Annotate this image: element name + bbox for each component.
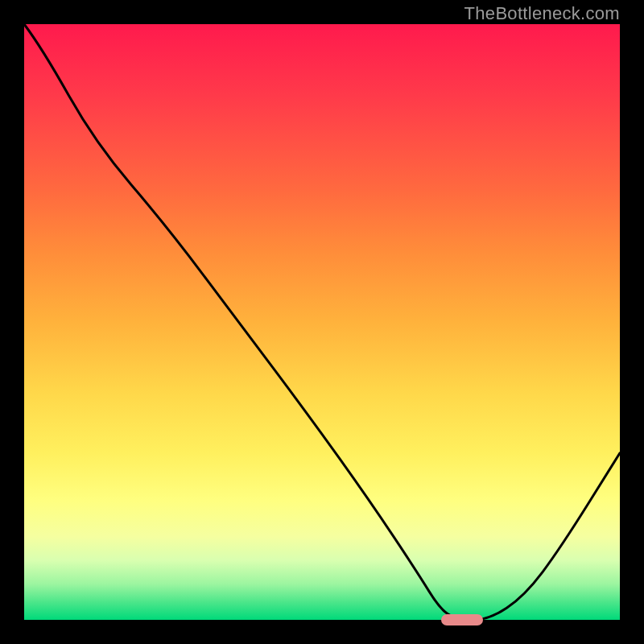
optimal-range-marker <box>441 614 483 625</box>
bottleneck-curve <box>24 24 620 620</box>
attribution-text: TheBottleneck.com <box>464 3 620 24</box>
plot-area <box>24 24 620 620</box>
